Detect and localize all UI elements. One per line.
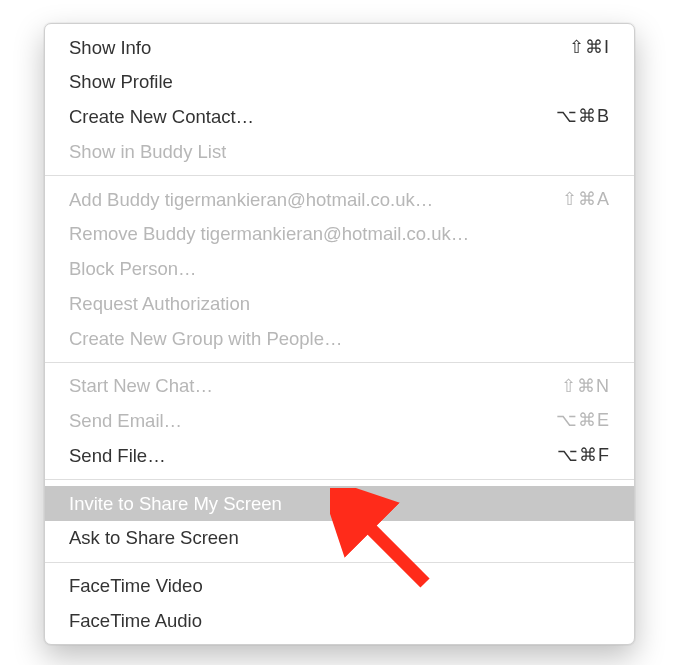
menu-item-label: Create New Contact… (69, 103, 254, 131)
menu-item-create-new-contact[interactable]: Create New Contact…⌥⌘B (45, 100, 634, 135)
menu-item-label: Request Authorization (69, 290, 250, 318)
menu-separator (45, 362, 634, 363)
menu-separator (45, 562, 634, 563)
menu-item-send-email: Send Email…⌥⌘E (45, 404, 634, 439)
menu-item-shortcut: ⌥⌘F (537, 442, 610, 469)
menu-item-label: Send File… (69, 442, 166, 470)
menu-item-shortcut: ⇧⌘I (549, 34, 610, 61)
menu-item-label: Create New Group with People… (69, 325, 343, 353)
menu-separator (45, 175, 634, 176)
menu-item-label: Show Profile (69, 68, 173, 96)
menu-item-shortcut: ⇧⌘A (542, 186, 610, 213)
menu-item-show-profile[interactable]: Show Profile (45, 65, 634, 100)
menu-item-label: Invite to Share My Screen (69, 490, 282, 518)
menu-item-start-new-chat: Start New Chat…⇧⌘N (45, 369, 634, 404)
menu-item-label: Block Person… (69, 255, 197, 283)
menu-item-block-person: Block Person… (45, 252, 634, 287)
menu-item-label: Ask to Share Screen (69, 524, 239, 552)
menu-item-create-new-group: Create New Group with People… (45, 321, 634, 356)
menu-item-ask-to-share-screen[interactable]: Ask to Share Screen (45, 521, 634, 556)
menu-item-label: Send Email… (69, 407, 182, 435)
menu-item-label: Start New Chat… (69, 372, 213, 400)
menu-item-label: FaceTime Audio (69, 607, 202, 635)
menu-item-invite-share-my-screen[interactable]: Invite to Share My Screen (45, 486, 634, 521)
menu-separator (45, 479, 634, 480)
menu-item-label: Remove Buddy tigermankieran@hotmail.co.u… (69, 220, 469, 248)
menu-item-label: Show Info (69, 34, 151, 62)
menu-item-label: Show in Buddy List (69, 138, 226, 166)
menu-item-label: Add Buddy tigermankieran@hotmail.co.uk… (69, 186, 433, 214)
menu-item-facetime-video[interactable]: FaceTime Video (45, 569, 634, 604)
menu-item-shortcut: ⌥⌘B (536, 103, 610, 130)
menu-item-remove-buddy: Remove Buddy tigermankieran@hotmail.co.u… (45, 217, 634, 252)
menu-item-show-info[interactable]: Show Info⇧⌘I (45, 30, 634, 65)
context-menu: Show Info⇧⌘IShow ProfileCreate New Conta… (44, 23, 635, 645)
menu-item-label: FaceTime Video (69, 572, 203, 600)
menu-item-send-file[interactable]: Send File…⌥⌘F (45, 438, 634, 473)
menu-item-add-buddy: Add Buddy tigermankieran@hotmail.co.uk…⇧… (45, 182, 634, 217)
menu-item-shortcut: ⇧⌘N (541, 373, 610, 400)
menu-item-show-in-buddy-list: Show in Buddy List (45, 134, 634, 169)
menu-item-request-authorization: Request Authorization (45, 286, 634, 321)
menu-item-shortcut: ⌥⌘E (536, 407, 610, 434)
menu-item-facetime-audio[interactable]: FaceTime Audio (45, 603, 634, 638)
